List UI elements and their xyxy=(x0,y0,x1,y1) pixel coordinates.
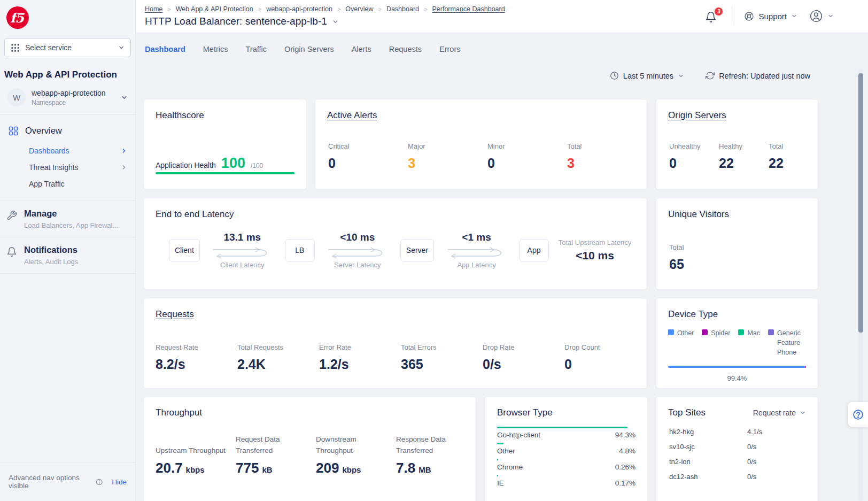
select-service-dropdown[interactable]: Select service xyxy=(4,38,131,57)
time-range-selector[interactable]: Last 5 minutes xyxy=(610,71,684,80)
latency-node-client: Client xyxy=(169,239,200,261)
scrollbar-track[interactable] xyxy=(858,70,863,501)
origin-servers-link[interactable]: Origin Servers xyxy=(668,110,726,121)
sidebar-item-dashboards[interactable]: Dashboards xyxy=(4,142,131,159)
sidebar-item-notifications[interactable]: Notifications Alerts, Audit Logs xyxy=(0,237,135,273)
sidebar-footer: Advanced nav options visible Hide xyxy=(0,462,135,501)
namespace-name: webapp-api-protection xyxy=(32,89,106,97)
tab-origin-servers[interactable]: Origin Servers xyxy=(284,45,334,53)
healthscore-card: Healthscore Application Health 100 /100 xyxy=(143,99,307,190)
device-bar-segment xyxy=(805,366,806,368)
top-sites-metric-selector[interactable]: Request rate xyxy=(753,408,806,417)
metric-label: Total Requests xyxy=(237,343,319,351)
metric-value: 22 xyxy=(769,156,818,171)
support-menu[interactable]: Support xyxy=(744,11,797,21)
metric-value: 3 xyxy=(567,156,647,171)
app-grid-icon xyxy=(11,43,20,52)
alert-metric-major: Major 3 xyxy=(408,142,487,171)
notifications-bell-button[interactable]: 3 xyxy=(705,9,720,23)
browser-value: 0.17% xyxy=(615,479,636,488)
breadcrumb-item[interactable]: webapp-api-protection xyxy=(266,5,332,13)
f5-logo-text: f5 xyxy=(10,10,24,26)
sidebar-item-label: Dashboards xyxy=(29,147,69,155)
browser-value: 4.8% xyxy=(619,447,636,456)
tab-requests[interactable]: Requests xyxy=(389,45,422,53)
sidebar-item-app-traffic[interactable]: App Traffic xyxy=(4,175,131,192)
metric-unit: kB xyxy=(262,465,272,474)
throughput-metric-response-data: Response Data Transferred 7.8MB xyxy=(396,432,476,476)
user-account-menu[interactable] xyxy=(809,9,834,23)
hop-label: Client Latency xyxy=(200,261,285,269)
legend-label: Spider xyxy=(711,328,730,338)
chevron-down-icon xyxy=(827,13,834,19)
request-metric-total: Total Requests 2.4K xyxy=(237,343,319,372)
breadcrumb-item[interactable]: Dashboard xyxy=(386,5,419,13)
top-sites-card: Top Sites Request rate hk2-hkg 4.1/s sv1… xyxy=(656,396,818,501)
breadcrumb-home[interactable]: Home xyxy=(145,5,162,13)
metric-label: Request Rate xyxy=(156,343,237,351)
tab-metrics[interactable]: Metrics xyxy=(203,45,228,53)
hide-advanced-nav-link[interactable]: Hide xyxy=(112,478,127,486)
metric-value: 0 xyxy=(669,156,719,171)
tab-alerts[interactable]: Alerts xyxy=(352,45,371,53)
hop-label: App Latency xyxy=(434,261,519,269)
requests-link[interactable]: Requests xyxy=(156,309,194,320)
unique-visitors-metric: Total 65 xyxy=(669,243,684,272)
active-alerts-link[interactable]: Active Alerts xyxy=(327,110,377,121)
throughput-metric-downstream: Downstream Throughput 209kbps xyxy=(316,432,396,476)
legend-swatch xyxy=(768,329,774,335)
total-latency-label: Total Upstream Latency xyxy=(557,238,632,246)
scrollbar-thumb[interactable] xyxy=(858,73,863,333)
refresh-button[interactable]: Refresh: Updated just now xyxy=(706,71,810,80)
metric-value: 0 xyxy=(487,156,567,171)
legend-item: Other xyxy=(668,328,694,357)
site-value: 0/s xyxy=(747,458,756,466)
sidebar-item-threat-insights[interactable]: Threat Insights xyxy=(4,159,131,175)
healthscore-suffix: /100 xyxy=(251,162,263,169)
chevron-down-icon[interactable] xyxy=(332,18,339,25)
f5-logo[interactable]: f5 xyxy=(6,6,29,29)
service-title: Web App & API Protection xyxy=(4,70,131,80)
alert-metric-critical: Critical 0 xyxy=(328,142,408,171)
breadcrumb-item[interactable]: Overview xyxy=(345,5,373,13)
sidebar-item-manage[interactable]: Manage Load Balancers, App Firewal... xyxy=(0,201,135,237)
help-button[interactable] xyxy=(848,402,868,427)
browser-row: IE0.17% xyxy=(497,475,636,488)
alert-metric-total: Total 3 xyxy=(567,142,647,171)
metric-value: 22 xyxy=(719,156,769,171)
origin-metric-healthy: Healthy 22 xyxy=(719,142,769,171)
browser-bar xyxy=(497,443,503,444)
device-bar-segment xyxy=(668,366,805,368)
tab-traffic[interactable]: Traffic xyxy=(245,45,266,53)
wrench-icon xyxy=(6,210,17,221)
time-range-label: Last 5 minutes xyxy=(623,72,673,80)
tab-errors[interactable]: Errors xyxy=(439,45,460,53)
top-sites-title: Top Sites xyxy=(668,407,706,418)
divider xyxy=(0,273,135,274)
life-ring-icon xyxy=(744,11,754,21)
legend-item: Mac xyxy=(738,328,760,357)
user-icon xyxy=(809,9,823,23)
site-value: 0/s xyxy=(747,443,756,451)
namespace-selector[interactable]: W webapp-api-protection Namespace xyxy=(4,88,131,114)
select-service-label: Select service xyxy=(25,43,72,52)
request-metric-error-rate: Error Rate 1.2/s xyxy=(319,343,401,372)
latency-node-app: App xyxy=(519,239,549,261)
breadcrumb-separator: > xyxy=(167,6,170,12)
tab-dashboard[interactable]: Dashboard xyxy=(145,45,185,53)
metric-label: Response Data Transferred xyxy=(396,432,471,457)
device-type-card: Device Type Other Spider Mac Generic Fea… xyxy=(656,298,818,389)
sidebar-item-overview[interactable]: Overview xyxy=(4,121,131,140)
round-trip-arrow-icon xyxy=(210,246,274,260)
total-upstream-latency: Total Upstream Latency <10 ms xyxy=(557,238,632,262)
request-metric-rate: Request Rate 8.2/s xyxy=(156,343,237,372)
advanced-nav-text: Advanced nav options visible xyxy=(9,474,92,490)
latency-flow-diagram: Client 13.1 ms Client Latency LB <10 ms … xyxy=(169,232,632,269)
metric-value: 3 xyxy=(408,156,487,171)
browser-bar xyxy=(497,475,498,476)
site-label: tn2-lon xyxy=(669,458,747,466)
browser-type-card: Browser Type Go-http-client94.3% Other4.… xyxy=(485,396,648,501)
clock-icon xyxy=(610,71,619,80)
breadcrumb-item[interactable]: Web App & API Protection xyxy=(176,5,253,13)
browser-label: Other xyxy=(497,447,515,456)
